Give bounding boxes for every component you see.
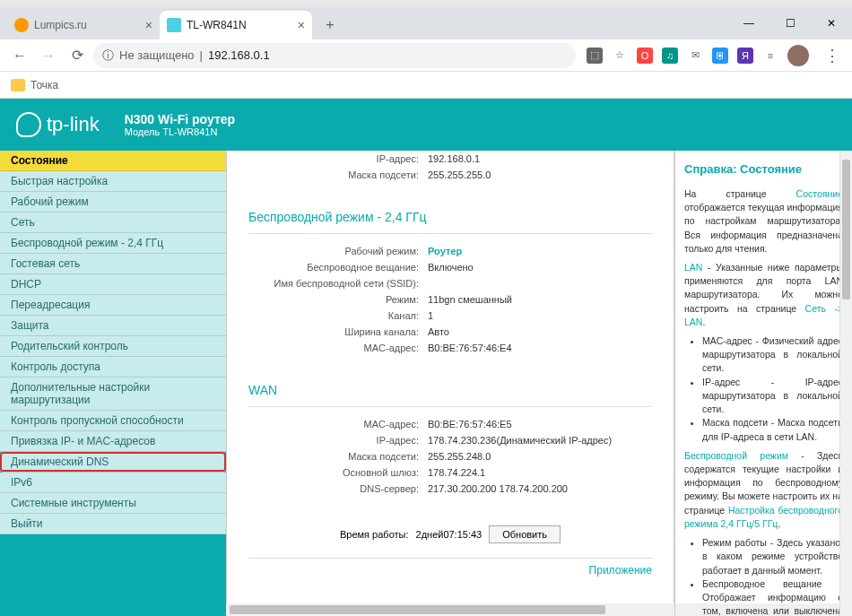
sidebar-item-label: Родительский контроль (11, 340, 128, 352)
sidebar-item-dhcp[interactable]: DHCP (0, 274, 226, 295)
sidebar-item-label: Защита (11, 319, 49, 332)
tab-router[interactable]: TL-WR841N × (160, 11, 312, 39)
info-label: Рабочий режим: (248, 246, 428, 256)
sidebar-item-label: Привязка IP- и MAC-адресов (11, 435, 155, 447)
profile-avatar[interactable] (787, 45, 809, 66)
ext-icon[interactable]: ⛨ (712, 48, 728, 64)
sidebar-item-label: Беспроводной режим - 2,4 ГГц (11, 237, 163, 249)
favicon-icon (14, 18, 29, 32)
sidebar-item-routing[interactable]: Дополнительные настройки маршрутизации (0, 377, 226, 411)
section-title: Беспроводной режим - 2,4 ГГц (248, 197, 652, 234)
horizontal-scrollbar[interactable] (226, 603, 674, 616)
ext-icon[interactable]: Я (737, 48, 753, 64)
info-row: MAC-адрес:B0:BE:76:57:46:E4 (248, 340, 652, 356)
sidebar-item-binding[interactable]: Привязка IP- и MAC-адресов (0, 431, 226, 452)
sidebar-item-label: Сеть (11, 216, 35, 229)
url-text: 192.168.0.1 (208, 48, 270, 62)
browser-menu-button[interactable]: ⋮ (820, 46, 845, 65)
vertical-scrollbar[interactable] (839, 151, 852, 616)
security-label: Не защищено (119, 48, 195, 62)
info-label: Имя беспроводной сети (SSID): (248, 278, 428, 289)
content-main: IP-адрес:192.168.0.1 Маска подсети:255.2… (226, 151, 674, 616)
bookmark-item[interactable]: Точка (30, 79, 58, 91)
info-value: 178.74.224.1 (428, 467, 485, 478)
sidebar-item-label: DHCP (11, 278, 41, 291)
close-icon[interactable]: × (145, 18, 152, 32)
info-label: Основной шлюз: (248, 467, 428, 478)
sidebar-item-parental[interactable]: Родительский контроль (0, 336, 226, 357)
info-row: IP-адрес:178.74.230.236(Динамический IP-… (248, 432, 652, 448)
ext-icon[interactable]: ☆ (612, 48, 628, 64)
info-label: Режим: (248, 294, 428, 305)
minimize-button[interactable]: — (728, 7, 769, 39)
app-link[interactable]: Приложение (248, 558, 652, 582)
sidebar-item-access[interactable]: Контроль доступа (0, 357, 226, 377)
info-value: B0:BE:76:57:46:E5 (428, 419, 512, 429)
bookmarks-bar: Точка (0, 72, 852, 99)
sidebar-item-wireless[interactable]: Беспроводной режим - 2,4 ГГц (0, 233, 226, 254)
info-label: MAC-адрес: (248, 343, 428, 353)
info-icon: ⓘ (102, 48, 114, 64)
close-window-button[interactable]: ✕ (811, 7, 852, 39)
list-item: IP-адрес - IP-адрес маршрутизатора в лок… (702, 376, 843, 417)
info-row: Маска подсети:255.255.248.0 (248, 448, 652, 464)
address-bar-row: ← → ⟳ ⓘ Не защищено | 192.168.0.1 ⬚ ☆ O … (0, 39, 852, 72)
section-lan: IP-адрес:192.168.0.1 Маска подсети:255.2… (248, 151, 652, 183)
sidebar-item-label: Контроль пропускной способности (11, 414, 184, 427)
info-label: Беспроводное вещание: (248, 262, 428, 273)
sidebar-item-security[interactable]: Защита (0, 316, 226, 336)
back-button[interactable]: ← (7, 43, 32, 68)
favicon-icon (167, 18, 181, 32)
forward-button[interactable]: → (36, 43, 61, 68)
sidebar-item-mode[interactable]: Рабочий режим (0, 192, 226, 213)
info-row: Маска подсети:255.255.255.0 (248, 167, 652, 183)
sidebar-item-logout[interactable]: Выйти (0, 514, 226, 534)
reload-button[interactable]: ⟳ (65, 43, 90, 68)
info-value: 11bgn смешанный (428, 294, 512, 305)
info-row: DNS-сервер:217.30.200.200 178.74.200.200 (248, 481, 652, 497)
sidebar-item-bandwidth[interactable]: Контроль пропускной способности (0, 411, 226, 431)
info-row: Беспроводное вещание:Включено (248, 259, 652, 275)
section-wireless: Беспроводной режим - 2,4 ГГц Рабочий реж… (248, 197, 652, 356)
sidebar-item-forwarding[interactable]: Переадресация (0, 295, 226, 316)
ext-icon[interactable]: O (637, 48, 653, 64)
maximize-button[interactable]: ☐ (769, 7, 811, 39)
ext-icon[interactable]: ✉ (687, 48, 703, 64)
info-value: Авто (428, 326, 449, 337)
info-value: Включено (428, 262, 474, 273)
sidebar-item-label: Состояние (11, 154, 68, 167)
logo-icon (16, 112, 41, 137)
window-titlebar (0, 0, 852, 7)
address-bar[interactable]: ⓘ Не защищено | 192.168.0.1 (93, 43, 576, 68)
refresh-button[interactable]: Обновить (489, 525, 561, 543)
help-p: На странице Состояние отображается текущ… (684, 187, 843, 256)
sidebar-item-ddns[interactable]: Динамический DNS (0, 452, 226, 473)
list-item: MAC-адрес - Физический адрес маршрутизат… (702, 334, 843, 376)
tab-lumpics[interactable]: Lumpics.ru × (7, 11, 160, 39)
sidebar-item-label: Переадресация (11, 299, 90, 311)
info-row: Ширина канала:Авто (248, 324, 652, 340)
info-label: MAC-адрес: (248, 419, 428, 429)
sidebar-item-guest[interactable]: Гостевая сеть (0, 254, 226, 274)
sidebar-item-label: Рабочий режим (11, 195, 89, 208)
new-tab-button[interactable]: + (317, 13, 343, 38)
ext-icon[interactable]: ≡ (762, 48, 778, 64)
sidebar-item-network[interactable]: Сеть (0, 213, 226, 233)
section-wan: WAN MAC-адрес:B0:BE:76:57:46:E5 IP-адрес… (248, 370, 652, 497)
browser-tabs: Lumpics.ru × TL-WR841N × + — ☐ ✕ (0, 7, 852, 39)
sidebar-item-quick[interactable]: Быстрая настройка (0, 171, 226, 192)
info-row: Имя беспроводной сети (SSID): (248, 275, 652, 291)
tp-link-logo: tp-link (16, 112, 100, 137)
ext-icon[interactable]: ♫ (662, 48, 678, 64)
info-value: Роутер (428, 246, 462, 256)
info-label: IP-адрес: (248, 435, 428, 446)
close-icon[interactable]: × (298, 18, 305, 32)
brand-text: tp-link (47, 113, 100, 136)
info-label: Маска подсети: (248, 169, 428, 180)
help-p: Беспроводной режим - Здесь содержатся те… (684, 449, 843, 531)
sidebar-item-status[interactable]: Состояние (0, 151, 226, 171)
uptime-label: Время работы: (340, 529, 409, 540)
sidebar-item-system[interactable]: Системные инструменты (0, 493, 226, 514)
sidebar-item-ipv6[interactable]: IPv6 (0, 473, 226, 493)
ext-icon[interactable]: ⬚ (587, 48, 603, 64)
